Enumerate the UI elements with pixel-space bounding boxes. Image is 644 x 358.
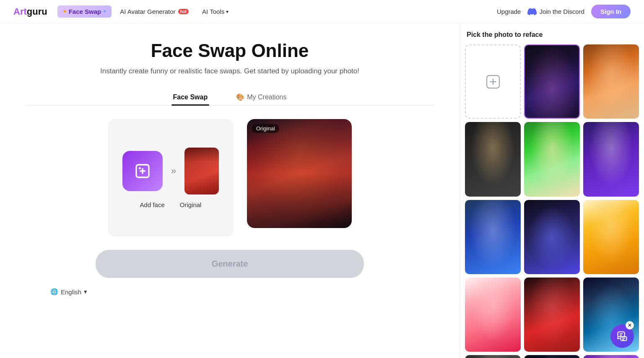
photo-grid xyxy=(465,44,639,358)
logo-art: Art xyxy=(13,6,27,17)
tabs: Face Swap 🎨 My Creations xyxy=(25,89,434,106)
discord-icon xyxy=(527,7,537,16)
chatbot-close-button[interactable]: ✕ xyxy=(626,321,634,329)
svg-rect-7 xyxy=(618,332,625,337)
upload-area: » Add face Original xyxy=(108,119,234,236)
sparkle-icon: ✦ xyxy=(103,9,106,14)
workspace: » Add face Original Origin xyxy=(25,119,434,236)
photo-item-1[interactable] xyxy=(524,44,580,119)
photo-item-7[interactable] xyxy=(524,200,580,274)
logo[interactable]: Artguru xyxy=(13,6,47,17)
photo-item-14[interactable] xyxy=(583,355,639,358)
content-area: Face Swap Online Instantly create funny … xyxy=(0,23,460,358)
photo-upload-cell[interactable] xyxy=(465,44,521,119)
tab-face-swap[interactable]: Face Swap xyxy=(171,89,210,105)
hero-title: Face Swap Online xyxy=(25,40,434,61)
photo-item-12[interactable] xyxy=(465,355,521,358)
hero-subtitle: Instantly create funny or realistic face… xyxy=(25,67,434,75)
photo-item-4[interactable] xyxy=(524,122,580,196)
globe-icon: 🌐 xyxy=(50,288,58,296)
photo-item-9[interactable] xyxy=(465,278,521,352)
tab-face-swap-label: Face Swap xyxy=(173,93,208,101)
photo-item-8[interactable] xyxy=(583,200,639,274)
nav-item-ai-tools[interactable]: AI Tools ▾ xyxy=(197,5,234,18)
logo-guru: guru xyxy=(27,6,47,17)
nav-item-ai-avatar[interactable]: AI Avatar Generator hot xyxy=(115,5,194,18)
photo-item-6[interactable] xyxy=(465,200,521,274)
upgrade-button[interactable]: Upgrade xyxy=(497,8,521,15)
star-icon: ✦ xyxy=(62,8,67,15)
navbar: Artguru ✦ Face Swap ✦ AI Avatar Generato… xyxy=(0,0,644,23)
chevron-down-icon: ▾ xyxy=(226,9,229,15)
preview-image: Original xyxy=(247,119,352,228)
chevron-down-lang-icon: ▾ xyxy=(84,288,87,296)
main-container: Face Swap Online Instantly create funny … xyxy=(0,23,644,358)
image-add-icon xyxy=(134,163,151,179)
discord-label: Join the Discord xyxy=(539,8,584,15)
nav-right: Upgrade Join the Discord Sign In xyxy=(497,5,631,18)
hot-badge: hot xyxy=(178,9,189,14)
generate-button[interactable]: Generate xyxy=(96,250,364,278)
upload-inner: » xyxy=(122,148,219,195)
svg-point-3 xyxy=(139,167,141,169)
original-thumbnail xyxy=(184,148,219,195)
nav-ai-avatar-label: AI Avatar Generator xyxy=(120,8,175,15)
discord-button[interactable]: Join the Discord xyxy=(527,7,584,16)
language-selector[interactable]: 🌐 English ▾ xyxy=(50,288,87,296)
image-add-upload-icon xyxy=(486,74,501,89)
chatbot-icon xyxy=(616,330,628,342)
panel-title: Pick the photo to reface xyxy=(465,31,639,39)
palette-icon: 🎨 xyxy=(236,93,244,101)
photo-item-3[interactable] xyxy=(465,122,521,196)
photo-item-5[interactable] xyxy=(583,122,639,196)
generate-section: Generate xyxy=(25,250,434,278)
tab-my-creations[interactable]: 🎨 My Creations xyxy=(234,89,288,105)
photo-item-10[interactable] xyxy=(524,278,580,352)
nav-ai-tools-label: AI Tools xyxy=(202,8,224,15)
upload-labels: Add face Original xyxy=(140,201,202,208)
tab-my-creations-label: My Creations xyxy=(247,93,286,101)
nav-item-face-swap[interactable]: ✦ Face Swap ✦ xyxy=(57,5,112,18)
photo-item-13[interactable] xyxy=(524,355,580,358)
footer: 🌐 English ▾ xyxy=(25,278,434,306)
signin-button[interactable]: Sign In xyxy=(591,5,631,18)
right-panel: Pick the photo to reface xyxy=(460,23,644,358)
nav-face-swap-label: Face Swap xyxy=(69,8,101,15)
original-upload-label: Original xyxy=(180,201,202,208)
preview-badge: Original xyxy=(252,124,279,133)
add-face-button[interactable] xyxy=(122,151,163,191)
add-face-label: Add face xyxy=(140,201,165,208)
nav-items: ✦ Face Swap ✦ AI Avatar Generator hot AI… xyxy=(57,5,277,18)
arrow-icon: » xyxy=(171,166,176,176)
language-label: English xyxy=(61,288,81,296)
photo-item-2[interactable] xyxy=(583,44,639,119)
